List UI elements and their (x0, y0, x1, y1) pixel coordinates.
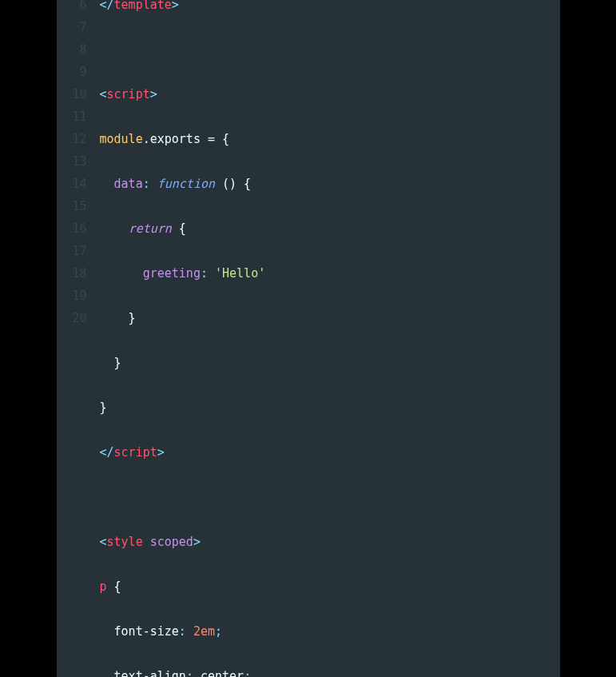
editor-window: Hello.vue Hello.vue × ⋮ 1 234 567 8910 1… (57, 0, 560, 677)
line-gutter: 1 234 567 8910 111213 141516 171819 20 (57, 0, 100, 677)
editor-area[interactable]: 1 234 567 8910 111213 141516 171819 20 <… (57, 0, 560, 677)
code-content[interactable]: <template> <p>{{ greeting }} World!</p> … (100, 0, 560, 677)
